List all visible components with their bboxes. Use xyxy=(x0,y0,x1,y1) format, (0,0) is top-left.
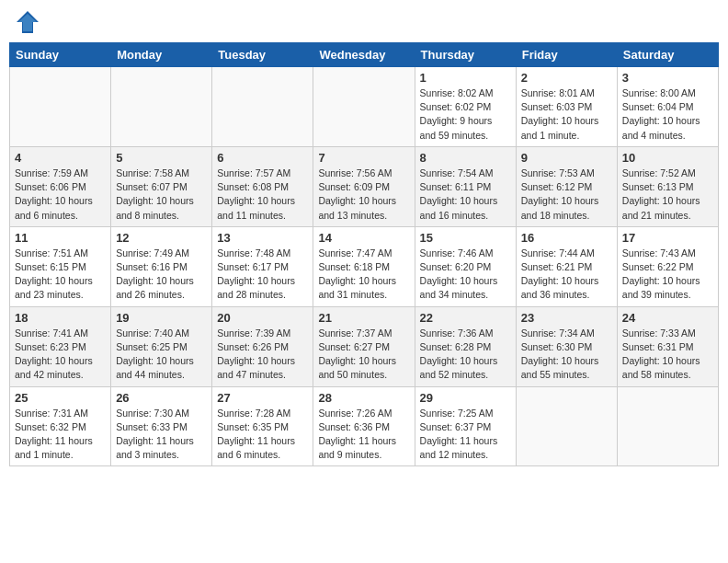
calendar-cell xyxy=(313,67,415,147)
weekday-header-monday: Monday xyxy=(111,43,212,67)
day-number: 1 xyxy=(420,71,511,85)
day-number: 17 xyxy=(622,231,713,245)
day-number: 10 xyxy=(622,151,713,165)
logo-icon xyxy=(15,9,40,35)
day-info: Sunrise: 7:58 AMSunset: 6:07 PMDaylight:… xyxy=(116,167,207,223)
calendar-week-row: 1Sunrise: 8:02 AMSunset: 6:02 PMDaylight… xyxy=(10,67,719,147)
calendar-cell: 18Sunrise: 7:41 AMSunset: 6:23 PMDayligh… xyxy=(10,306,111,386)
calendar-cell: 12Sunrise: 7:49 AMSunset: 6:16 PMDayligh… xyxy=(111,226,212,306)
day-info: Sunrise: 7:51 AMSunset: 6:15 PMDaylight:… xyxy=(15,247,106,303)
day-info: Sunrise: 7:46 AMSunset: 6:20 PMDaylight:… xyxy=(420,247,511,303)
day-info: Sunrise: 7:31 AMSunset: 6:32 PMDaylight:… xyxy=(15,407,106,463)
weekday-header-tuesday: Tuesday xyxy=(212,43,313,67)
day-number: 29 xyxy=(420,391,511,405)
weekday-header-friday: Friday xyxy=(516,43,617,67)
day-number: 16 xyxy=(521,231,612,245)
day-info: Sunrise: 7:36 AMSunset: 6:28 PMDaylight:… xyxy=(420,327,511,383)
calendar-cell: 23Sunrise: 7:34 AMSunset: 6:30 PMDayligh… xyxy=(516,306,617,386)
day-info: Sunrise: 7:34 AMSunset: 6:30 PMDaylight:… xyxy=(521,327,612,383)
day-info: Sunrise: 7:43 AMSunset: 6:22 PMDaylight:… xyxy=(622,247,713,303)
svg-marker-1 xyxy=(18,14,37,31)
day-number: 15 xyxy=(420,231,511,245)
day-info: Sunrise: 7:56 AMSunset: 6:09 PMDaylight:… xyxy=(318,167,409,223)
day-info: Sunrise: 7:39 AMSunset: 6:26 PMDaylight:… xyxy=(217,327,308,383)
day-info: Sunrise: 7:49 AMSunset: 6:16 PMDaylight:… xyxy=(116,247,207,303)
day-number: 9 xyxy=(521,151,612,165)
calendar-cell: 1Sunrise: 8:02 AMSunset: 6:02 PMDaylight… xyxy=(415,67,516,147)
calendar-cell: 5Sunrise: 7:58 AMSunset: 6:07 PMDaylight… xyxy=(111,146,212,226)
day-number: 25 xyxy=(15,391,106,405)
day-number: 24 xyxy=(622,311,713,325)
calendar-week-row: 18Sunrise: 7:41 AMSunset: 6:23 PMDayligh… xyxy=(10,306,719,386)
calendar-cell: 20Sunrise: 7:39 AMSunset: 6:26 PMDayligh… xyxy=(212,306,313,386)
day-info: Sunrise: 7:26 AMSunset: 6:36 PMDaylight:… xyxy=(318,407,409,463)
day-number: 8 xyxy=(420,151,511,165)
day-info: Sunrise: 7:53 AMSunset: 6:12 PMDaylight:… xyxy=(521,167,612,223)
calendar-cell xyxy=(212,67,313,147)
day-info: Sunrise: 7:44 AMSunset: 6:21 PMDaylight:… xyxy=(521,247,612,303)
calendar-cell: 24Sunrise: 7:33 AMSunset: 6:31 PMDayligh… xyxy=(617,306,718,386)
day-number: 3 xyxy=(622,71,713,85)
logo xyxy=(13,9,40,35)
day-info: Sunrise: 8:01 AMSunset: 6:03 PMDaylight:… xyxy=(521,86,612,143)
calendar-cell: 19Sunrise: 7:40 AMSunset: 6:25 PMDayligh… xyxy=(111,306,212,386)
calendar-cell: 2Sunrise: 8:01 AMSunset: 6:03 PMDaylight… xyxy=(516,67,617,147)
calendar-table: SundayMondayTuesdayWednesdayThursdayFrid… xyxy=(9,42,719,466)
calendar-week-row: 4Sunrise: 7:59 AMSunset: 6:06 PMDaylight… xyxy=(10,146,719,226)
day-number: 4 xyxy=(15,151,106,165)
day-number: 12 xyxy=(116,231,207,245)
weekday-header-sunday: Sunday xyxy=(10,43,111,67)
calendar-cell xyxy=(111,67,212,147)
calendar-cell xyxy=(10,67,111,147)
calendar-cell: 28Sunrise: 7:26 AMSunset: 6:36 PMDayligh… xyxy=(313,386,415,466)
calendar-cell: 26Sunrise: 7:30 AMSunset: 6:33 PMDayligh… xyxy=(111,386,212,466)
day-info: Sunrise: 7:57 AMSunset: 6:08 PMDaylight:… xyxy=(217,167,308,223)
calendar-cell: 8Sunrise: 7:54 AMSunset: 6:11 PMDaylight… xyxy=(415,146,516,226)
day-number: 21 xyxy=(318,311,409,325)
calendar-cell: 7Sunrise: 7:56 AMSunset: 6:09 PMDaylight… xyxy=(313,146,415,226)
weekday-header-saturday: Saturday xyxy=(617,43,718,67)
day-info: Sunrise: 7:40 AMSunset: 6:25 PMDaylight:… xyxy=(116,327,207,383)
day-number: 23 xyxy=(521,311,612,325)
calendar-week-row: 25Sunrise: 7:31 AMSunset: 6:32 PMDayligh… xyxy=(10,386,719,466)
day-number: 14 xyxy=(318,231,409,245)
day-number: 18 xyxy=(15,311,106,325)
calendar-cell xyxy=(617,386,718,466)
calendar-cell: 14Sunrise: 7:47 AMSunset: 6:18 PMDayligh… xyxy=(313,226,415,306)
day-number: 2 xyxy=(521,71,612,85)
day-number: 5 xyxy=(116,151,207,165)
calendar-cell: 25Sunrise: 7:31 AMSunset: 6:32 PMDayligh… xyxy=(10,386,111,466)
day-number: 6 xyxy=(217,151,308,165)
day-number: 11 xyxy=(15,231,106,245)
calendar-cell: 11Sunrise: 7:51 AMSunset: 6:15 PMDayligh… xyxy=(10,226,111,306)
weekday-header-row: SundayMondayTuesdayWednesdayThursdayFrid… xyxy=(10,43,719,67)
day-number: 22 xyxy=(420,311,511,325)
calendar-cell: 22Sunrise: 7:36 AMSunset: 6:28 PMDayligh… xyxy=(415,306,516,386)
day-info: Sunrise: 7:33 AMSunset: 6:31 PMDaylight:… xyxy=(622,327,713,383)
day-info: Sunrise: 7:54 AMSunset: 6:11 PMDaylight:… xyxy=(420,167,511,223)
calendar-cell xyxy=(516,386,617,466)
calendar-cell: 13Sunrise: 7:48 AMSunset: 6:17 PMDayligh… xyxy=(212,226,313,306)
calendar-cell: 27Sunrise: 7:28 AMSunset: 6:35 PMDayligh… xyxy=(212,386,313,466)
day-info: Sunrise: 7:52 AMSunset: 6:13 PMDaylight:… xyxy=(622,167,713,223)
day-number: 26 xyxy=(116,391,207,405)
calendar-week-row: 11Sunrise: 7:51 AMSunset: 6:15 PMDayligh… xyxy=(10,226,719,306)
day-number: 13 xyxy=(217,231,308,245)
day-info: Sunrise: 7:37 AMSunset: 6:27 PMDaylight:… xyxy=(318,327,409,383)
calendar-cell: 15Sunrise: 7:46 AMSunset: 6:20 PMDayligh… xyxy=(415,226,516,306)
day-info: Sunrise: 8:02 AMSunset: 6:02 PMDaylight:… xyxy=(420,86,511,143)
day-number: 7 xyxy=(318,151,409,165)
calendar-cell: 17Sunrise: 7:43 AMSunset: 6:22 PMDayligh… xyxy=(617,226,718,306)
day-number: 27 xyxy=(217,391,308,405)
day-info: Sunrise: 7:59 AMSunset: 6:06 PMDaylight:… xyxy=(15,167,106,223)
calendar-cell: 10Sunrise: 7:52 AMSunset: 6:13 PMDayligh… xyxy=(617,146,718,226)
calendar-cell: 3Sunrise: 8:00 AMSunset: 6:04 PMDaylight… xyxy=(617,67,718,147)
calendar-cell: 16Sunrise: 7:44 AMSunset: 6:21 PMDayligh… xyxy=(516,226,617,306)
page-header xyxy=(9,9,719,35)
day-info: Sunrise: 7:30 AMSunset: 6:33 PMDaylight:… xyxy=(116,407,207,463)
weekday-header-wednesday: Wednesday xyxy=(313,43,415,67)
day-info: Sunrise: 7:48 AMSunset: 6:17 PMDaylight:… xyxy=(217,247,308,303)
calendar-cell: 29Sunrise: 7:25 AMSunset: 6:37 PMDayligh… xyxy=(415,386,516,466)
day-info: Sunrise: 7:41 AMSunset: 6:23 PMDaylight:… xyxy=(15,327,106,383)
weekday-header-thursday: Thursday xyxy=(415,43,516,67)
